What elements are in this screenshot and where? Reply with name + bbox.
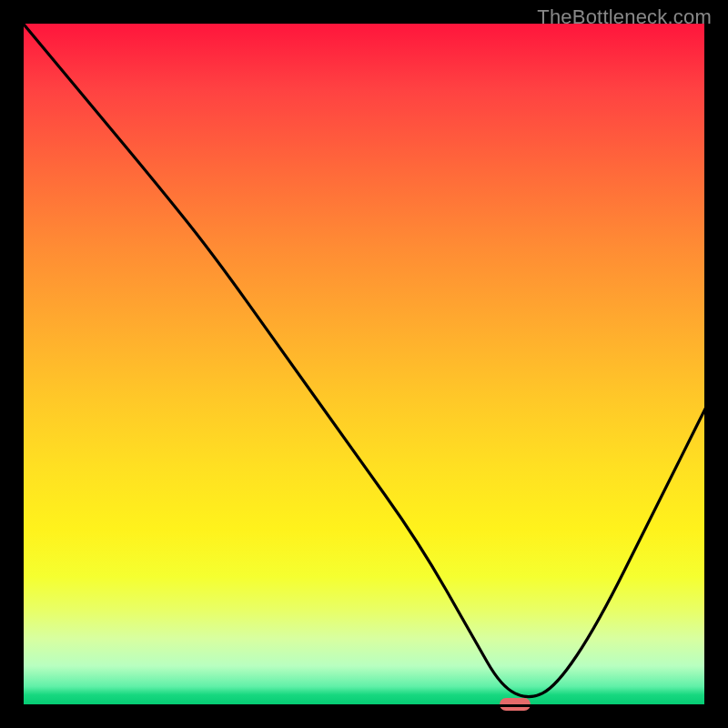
watermark-label: TheBottleneck.com: [537, 5, 712, 29]
plot-area: [21, 21, 707, 707]
chart-container: TheBottleneck.com: [0, 0, 728, 728]
optimal-point-marker: [500, 698, 531, 711]
curve-path: [21, 21, 707, 697]
bottleneck-curve: [21, 21, 707, 707]
